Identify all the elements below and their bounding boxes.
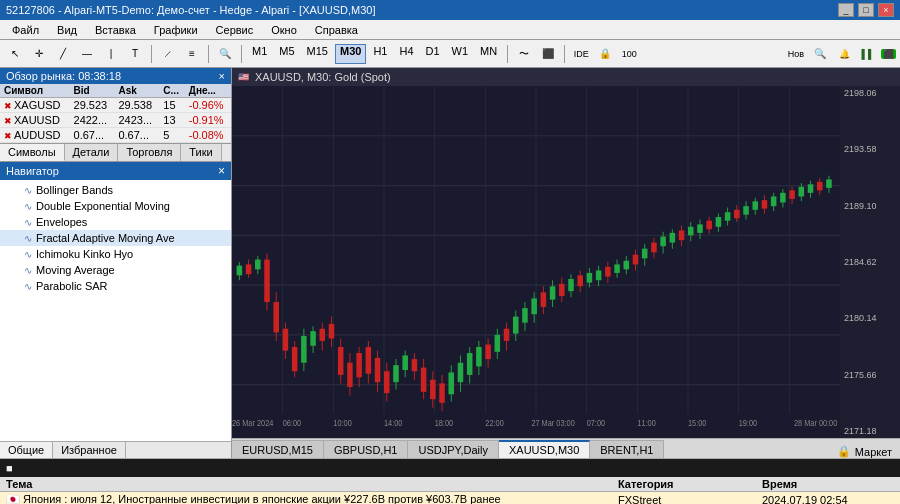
svg-rect-109	[651, 243, 657, 253]
tf-m1[interactable]: M1	[247, 44, 272, 64]
chart-canvas[interactable]: 26 Mar 2024 06:00 10:00 14:00 18:00 22:0…	[232, 86, 900, 438]
menu-window[interactable]: Окно	[263, 22, 305, 38]
tf-h4[interactable]: H4	[394, 44, 418, 64]
nav-parabolic[interactable]: ∿ Parabolic SAR	[0, 278, 231, 294]
lock-button[interactable]: 🔒	[594, 43, 616, 65]
svg-rect-113	[670, 233, 676, 243]
svg-rect-23	[255, 260, 261, 270]
news-row-1[interactable]: 🇯🇵 Япония : июля 12, Иностранные инвести…	[0, 492, 900, 505]
nav-envelopes[interactable]: ∿ Envelopes	[0, 214, 231, 230]
svg-text:18:00: 18:00	[435, 417, 454, 428]
xauusd-c: 13	[159, 113, 184, 128]
svg-rect-101	[614, 264, 620, 272]
new-button[interactable]: Нов	[785, 43, 807, 65]
tool-arrow[interactable]: ↖	[4, 43, 26, 65]
svg-text:10:00: 10:00	[333, 417, 352, 428]
xagusd-ask: 29.538	[114, 98, 159, 113]
news-col-topic[interactable]: Тема	[0, 477, 612, 492]
envelopes-icon: ∿	[24, 217, 32, 228]
svg-rect-93	[577, 275, 583, 286]
col-bid: Bid	[70, 84, 115, 98]
nav-tab-general[interactable]: Общие	[0, 442, 53, 458]
nav-bollinger[interactable]: ∿ Bollinger Bands	[0, 182, 231, 198]
lock-small-icon: 🔒	[837, 445, 851, 458]
chart-title: XAUUSD, M30: Gold (Spot)	[255, 71, 391, 83]
audusd-bid: 0.67...	[70, 128, 115, 143]
chart-type-line[interactable]: 〜	[513, 43, 535, 65]
menu-file[interactable]: Файл	[4, 22, 47, 38]
close-button[interactable]: ×	[878, 3, 894, 17]
tf-h1[interactable]: H1	[368, 44, 392, 64]
tool-crosshair[interactable]: ✛	[28, 43, 50, 65]
overview-close[interactable]: ×	[219, 70, 225, 82]
symbol-row-xagusd[interactable]: ✖XAGUSD 29.523 29.538 15 -0.96%	[0, 98, 231, 113]
svg-rect-57	[412, 359, 418, 371]
tab-ticks[interactable]: Тики	[181, 144, 221, 161]
svg-rect-73	[485, 345, 491, 360]
svg-rect-83	[531, 298, 537, 314]
tf-d1[interactable]: D1	[421, 44, 445, 64]
tf-m15[interactable]: M15	[302, 44, 333, 64]
svg-rect-27	[273, 302, 279, 332]
tool-text[interactable]: T	[124, 43, 146, 65]
audusd-c: 5	[159, 128, 184, 143]
svg-rect-87	[550, 286, 556, 299]
svg-rect-81	[522, 308, 528, 323]
menu-view[interactable]: Вид	[49, 22, 85, 38]
tab-gbpusd[interactable]: GBPUSD,H1	[324, 440, 409, 458]
nav-ma[interactable]: ∿ Moving Average	[0, 262, 231, 278]
nav-frama[interactable]: ∿ Fractal Adaptive Moving Ave	[0, 230, 231, 246]
tab-symbols[interactable]: Символы	[0, 144, 65, 161]
tool-channel[interactable]: ⟋	[157, 43, 179, 65]
tool-fib[interactable]: ≡	[181, 43, 203, 65]
tool-line[interactable]: ╱	[52, 43, 74, 65]
minimize-button[interactable]: _	[838, 3, 854, 17]
tab-brent[interactable]: BRENT,H1	[590, 440, 664, 458]
tab-details[interactable]: Детали	[65, 144, 119, 161]
tab-xauusd[interactable]: XAUUSD,M30	[499, 440, 590, 458]
svg-rect-105	[633, 255, 639, 265]
menu-service[interactable]: Сервис	[208, 22, 262, 38]
search-button[interactable]: 🔍	[809, 43, 831, 65]
title-text: 52127806 - Alpari-MT5-Demo: Демо-счет - …	[6, 4, 376, 16]
navigator-close[interactable]: ×	[218, 164, 225, 178]
symbol-row-xauusd[interactable]: ✖XAUUSD 2422... 2423... 13 -0.91%	[0, 113, 231, 128]
nav-ichimoku[interactable]: ∿ Ichimoku Kinko Hyo	[0, 246, 231, 262]
tf-mn[interactable]: MN	[475, 44, 502, 64]
menu-help[interactable]: Справка	[307, 22, 366, 38]
news-col-category[interactable]: Категория	[612, 477, 756, 492]
svg-rect-67	[458, 363, 464, 382]
tool-vline[interactable]: |	[100, 43, 122, 65]
tab-usdjpy[interactable]: USDJPY,Daily	[408, 440, 499, 458]
terminal-button[interactable]: 100	[618, 43, 640, 65]
svg-rect-95	[587, 273, 593, 283]
maximize-button[interactable]: □	[858, 3, 874, 17]
overview-table: Символ Bid Ask C... Дне... ✖XAGUSD 29.52…	[0, 84, 231, 143]
price-2189: 2189.10	[844, 201, 896, 211]
tf-w1[interactable]: W1	[447, 44, 474, 64]
chart-type-candle[interactable]: ⬛	[537, 43, 559, 65]
nav-bollinger-label: Bollinger Bands	[36, 184, 113, 196]
symbol-row-audusd[interactable]: ✖AUDUSD 0.67... 0.67... 5 -0.08%	[0, 128, 231, 143]
svg-rect-127	[734, 210, 740, 218]
notification-button[interactable]: 🔔	[833, 43, 855, 65]
tab-trading[interactable]: Торговля	[118, 144, 181, 161]
tab-eurusd[interactable]: EURUSD,M15	[232, 440, 324, 458]
nav-dema[interactable]: ∿ Double Exponential Moving	[0, 198, 231, 214]
nav-envelopes-label: Envelopes	[36, 216, 87, 228]
tab-market[interactable]: 🔒 Маркет	[829, 445, 900, 458]
tf-m30[interactable]: M30	[335, 44, 366, 64]
svg-text:26 Mar 2024: 26 Mar 2024	[232, 417, 274, 428]
navigator: Навигатор × ∿ Bollinger Bands ∿ Double E…	[0, 162, 231, 458]
news-col-time[interactable]: Время	[756, 477, 900, 492]
svg-rect-79	[513, 317, 519, 334]
col-ask: Ask	[114, 84, 159, 98]
svg-rect-89	[559, 284, 565, 296]
nav-tab-favorites[interactable]: Избранное	[53, 442, 126, 458]
menu-charts[interactable]: Графики	[146, 22, 206, 38]
menu-insert[interactable]: Вставка	[87, 22, 144, 38]
tool-hline[interactable]: —	[76, 43, 98, 65]
tf-m5[interactable]: M5	[274, 44, 299, 64]
ide-button[interactable]: IDE	[570, 43, 592, 65]
tool-zoom-in[interactable]: 🔍	[214, 43, 236, 65]
